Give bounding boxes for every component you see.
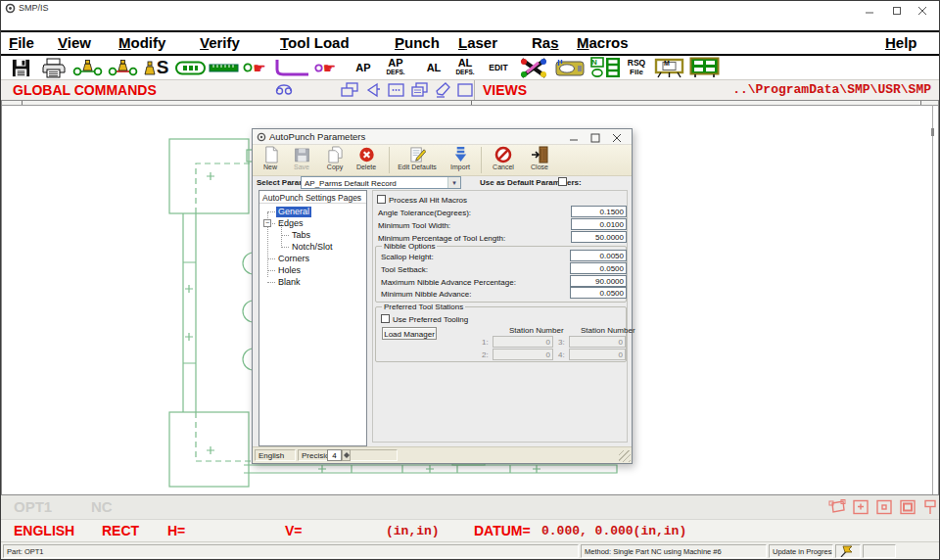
precision-spinner[interactable] (342, 449, 351, 461)
pan-flag-icon[interactable] (922, 499, 940, 515)
station-4-field[interactable] (569, 349, 626, 360)
menu-help[interactable]: Help (885, 34, 917, 51)
punch-tool-red-icon (108, 58, 138, 77)
clean-icon[interactable] (434, 81, 453, 99)
resize-grip[interactable] (619, 450, 631, 462)
edit-defaults-button[interactable]: Edit Defaults (395, 146, 440, 174)
auto-punch-tool-button[interactable] (71, 56, 103, 79)
copy-button[interactable]: Copy (321, 146, 349, 174)
dialog-maximize-button[interactable] (587, 130, 606, 143)
menu-ras[interactable]: Ras (532, 34, 559, 51)
close-dialog-button[interactable]: Close (524, 146, 555, 174)
tree-item-label: Notch/Slot (290, 242, 335, 253)
cancel-button[interactable]: Cancel (487, 146, 520, 174)
new-button[interactable]: New (256, 146, 285, 174)
menu-tool-load[interactable]: Tool Load (280, 34, 350, 51)
scallop-height-field[interactable] (570, 250, 627, 261)
punch-sequence-button[interactable] (107, 56, 138, 79)
menu-view[interactable]: View (58, 34, 91, 51)
bend-pick-button[interactable]: ☛ (313, 56, 337, 79)
tree-item-label: Tabs (290, 230, 312, 241)
parameter-combobox[interactable]: AP_Parms Default Record ▾ (301, 176, 461, 189)
station-3-label: 3: (558, 338, 565, 347)
pick-tool-button[interactable]: ☛ (243, 56, 266, 79)
station-3-field[interactable] (569, 336, 626, 348)
menu-modify[interactable]: Modify (118, 34, 165, 51)
tree-item-holes[interactable]: Holes (259, 265, 366, 277)
rsq-file-button[interactable]: RSQFile (624, 56, 649, 79)
al-defs-button[interactable]: ALDEFS. (451, 56, 479, 79)
print-button[interactable] (40, 56, 68, 79)
tree-item-corners[interactable]: Corners (259, 254, 366, 265)
menu-verify[interactable]: Verify (200, 34, 240, 51)
delete-button[interactable]: Delete (351, 146, 382, 174)
tree-item-blank[interactable]: Blank (259, 277, 366, 289)
window-icon[interactable] (455, 81, 475, 99)
minimize-button[interactable] (859, 2, 880, 14)
bend-pick-hand-icon: ☛ (323, 61, 336, 75)
tree-collapse-icon[interactable]: − (263, 219, 271, 227)
bend-line-icon (273, 58, 310, 77)
turret-button[interactable] (552, 56, 588, 79)
angle-tolerance-field[interactable] (571, 206, 627, 217)
menu-laser[interactable]: Laser (458, 34, 497, 51)
dialog-statusbar: English Precision 4 (253, 446, 632, 463)
save-button[interactable] (7, 56, 34, 79)
zoom-previous-icon[interactable] (899, 499, 916, 515)
tree-item-tabs[interactable]: Tabs (259, 230, 366, 242)
chevron-down-icon[interactable]: ▾ (447, 177, 460, 188)
tool-strip-button[interactable] (174, 56, 206, 79)
max-nibble-advance-field[interactable] (570, 275, 627, 287)
back-arrow-icon[interactable] (364, 81, 384, 99)
edit-button[interactable]: EDIT (486, 56, 511, 79)
tree-item-general[interactable]: General (259, 207, 366, 218)
load-manager-button[interactable]: Load Manager (382, 327, 437, 340)
dialog-minimize-button[interactable] (565, 130, 585, 143)
station-number-header-2: Station Number (581, 326, 635, 335)
zoom-extents-icon[interactable] (852, 499, 870, 515)
station-2-field[interactable] (493, 349, 553, 360)
ruler-tool-button[interactable] (208, 56, 239, 79)
paint-button[interactable] (515, 56, 552, 79)
min-nibble-advance-field[interactable] (570, 287, 627, 299)
zoom-window-icon[interactable] (828, 499, 846, 515)
cascade-icon[interactable] (410, 81, 430, 99)
dialog-titlebar[interactable]: AutoPunch Parameters (253, 129, 632, 145)
use-preferred-tooling-checkbox[interactable] (381, 314, 390, 323)
ap-button[interactable]: AP (351, 56, 376, 79)
tool-sequence-button[interactable]: S (140, 56, 171, 79)
nest-button[interactable]: N (588, 56, 622, 79)
min-tool-width-field[interactable] (571, 218, 627, 230)
tool-setback-field[interactable] (570, 262, 627, 274)
tree-item-notch-slot[interactable]: Notch/Slot (259, 242, 366, 254)
import-button[interactable]: Import (445, 146, 476, 174)
station-1-field[interactable] (493, 336, 553, 348)
save-button-dialog[interactable]: Save (287, 146, 316, 174)
menu-file[interactable]: File (9, 34, 34, 51)
window-title: SMP/IS (19, 3, 49, 13)
tree-item-label: Blank (276, 277, 303, 288)
menu-punch[interactable]: Punch (395, 34, 440, 51)
menu-macros[interactable]: Macros (577, 34, 629, 51)
turret-icon (554, 58, 586, 78)
m-station-button[interactable]: M (652, 56, 685, 79)
maximize-button[interactable] (886, 2, 908, 14)
pages-icon[interactable] (340, 81, 359, 99)
tree-item-edges[interactable]: −Edges (259, 218, 366, 230)
precision-value: 4 (327, 449, 342, 461)
process-all-checkbox[interactable] (377, 195, 386, 204)
close-button[interactable] (912, 2, 933, 14)
zoom-part-icon[interactable] (875, 499, 893, 515)
use-default-checkbox[interactable] (558, 177, 567, 186)
spacer-panel (863, 544, 896, 558)
ap-defs-button[interactable]: APDEFS. (382, 56, 409, 79)
al-button[interactable]: AL (422, 56, 446, 79)
tool-table-button[interactable] (687, 56, 721, 79)
min-pct-tool-length-field[interactable] (571, 231, 627, 243)
detail-box-icon[interactable] (387, 81, 406, 99)
dialog-close-button[interactable] (608, 130, 628, 143)
bend-line-button[interactable] (272, 56, 311, 79)
dialog-title: AutoPunch Parameters (269, 131, 365, 142)
datum-label: DATUM= (474, 523, 531, 538)
machine-icon[interactable] (274, 81, 294, 99)
